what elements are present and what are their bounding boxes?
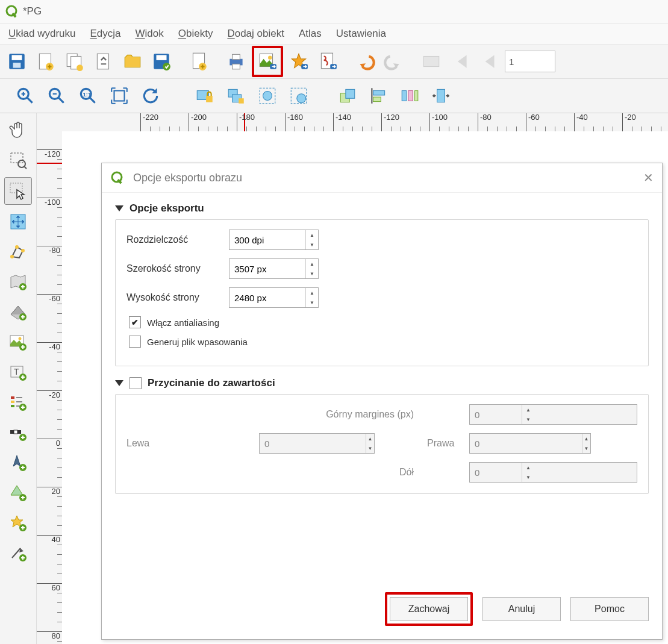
crop-bottom-spinbox: ▲▼: [469, 462, 637, 483]
atlas-page-input[interactable]: [505, 51, 555, 72]
group-icon[interactable]: [254, 83, 281, 109]
svg-rect-63: [11, 396, 14, 399]
crop-enable-checkbox[interactable]: [130, 377, 142, 389]
menu-atlas[interactable]: Atlas: [299, 28, 322, 40]
page-width-spinbox[interactable]: ▲▼: [229, 258, 319, 279]
export-image-icon[interactable]: [252, 46, 283, 77]
antialias-checkbox[interactable]: ✔: [129, 316, 141, 328]
crop-top-label: Górny margines (px): [259, 409, 421, 420]
menu-settings[interactable]: Ustawienia: [336, 28, 386, 40]
save-project-icon[interactable]: [148, 48, 175, 75]
spin-down-icon[interactable]: ▼: [306, 298, 318, 307]
section-crop-header[interactable]: Przycinanie do zawartości: [115, 377, 649, 389]
unlock-items-icon[interactable]: [223, 83, 249, 109]
spin-up-icon[interactable]: ▲: [306, 288, 318, 298]
page-height-label: Wysokość strony: [126, 292, 229, 303]
ungroup-icon[interactable]: [286, 83, 312, 109]
menu-edit[interactable]: Edycja: [90, 28, 121, 40]
ruler-horizontal[interactable]: -220-200-180-160-140-120-100-80-60-40-20…: [62, 113, 668, 132]
edit-nodes-icon[interactable]: [5, 239, 31, 265]
svg-point-39: [297, 94, 306, 103]
add-picture-icon[interactable]: [5, 329, 31, 355]
spin-up-icon[interactable]: ▲: [306, 259, 318, 269]
raise-icon[interactable]: [334, 83, 360, 109]
new-page-icon[interactable]: [186, 48, 212, 75]
add-marker-icon[interactable]: [5, 510, 31, 536]
undo-icon[interactable]: [352, 48, 378, 75]
svg-rect-30: [114, 91, 125, 101]
add-arrow-icon[interactable]: [5, 540, 31, 566]
section-export-header[interactable]: Opcje eksportu: [115, 202, 649, 214]
crop-left-input: [260, 434, 366, 453]
svg-rect-3: [12, 55, 22, 60]
zoom-out-icon[interactable]: [43, 83, 70, 109]
add-scalebar-icon[interactable]: [5, 419, 31, 446]
save-button[interactable]: Zachowaj: [390, 597, 468, 621]
add-map-icon[interactable]: [5, 269, 31, 295]
crop-bottom-label: Dół: [259, 467, 421, 478]
add-legend-icon[interactable]: [5, 389, 31, 416]
export-svg-icon[interactable]: [286, 48, 312, 75]
crop-right-input: [470, 434, 582, 453]
resolution-input[interactable]: [229, 230, 305, 249]
move-content-icon[interactable]: [5, 208, 31, 235]
svg-rect-47: [437, 89, 445, 102]
lock-items-icon[interactable]: [192, 83, 218, 109]
duplicate-layout-icon[interactable]: [61, 48, 88, 75]
page-width-input[interactable]: [229, 259, 305, 278]
menu-add[interactable]: Dodaj obiekt: [227, 28, 284, 40]
pan-icon[interactable]: [5, 117, 31, 143]
ruler-marker-v: [37, 163, 62, 164]
atlas-preview-icon: [418, 48, 445, 75]
zoom-actual-icon[interactable]: 1:1: [75, 83, 101, 109]
crop-left-spinbox: ▲▼: [259, 433, 375, 454]
window-title: *PG: [23, 5, 42, 17]
close-icon[interactable]: ✕: [643, 170, 654, 185]
menu-objects[interactable]: Obiekty: [178, 28, 213, 40]
layout-settings-icon[interactable]: [90, 48, 117, 75]
window-titlebar: *PG: [0, 0, 668, 23]
crop-top-spinbox: ▲▼: [469, 404, 637, 425]
ruler-vertical[interactable]: -120-100-80-60-40-20020406080: [37, 131, 63, 644]
spin-down-icon[interactable]: ▼: [306, 240, 318, 249]
crop-top-input: [470, 405, 522, 424]
save-button-highlight: Zachowaj: [385, 592, 473, 626]
section-export-label: Opcje eksportu: [130, 202, 204, 214]
resize-icon[interactable]: [428, 83, 454, 109]
add-label-icon[interactable]: T: [5, 359, 31, 386]
resolution-spinbox[interactable]: ▲▼: [229, 230, 319, 250]
svg-rect-65: [11, 405, 14, 407]
menu-layout[interactable]: Układ wydruku: [8, 28, 76, 40]
page-height-input[interactable]: [229, 288, 305, 307]
menu-view[interactable]: Widok: [136, 28, 164, 40]
export-pdf-icon[interactable]: [314, 48, 341, 75]
new-layout-icon[interactable]: [33, 48, 59, 75]
page-height-spinbox[interactable]: ▲▼: [229, 287, 319, 308]
save-icon[interactable]: [4, 48, 30, 75]
help-button[interactable]: Pomoc: [570, 597, 649, 621]
worldfile-checkbox[interactable]: [129, 336, 141, 348]
spin-down-icon[interactable]: ▼: [306, 269, 318, 278]
print-icon[interactable]: [223, 48, 249, 75]
cancel-button[interactable]: Anuluj: [482, 597, 561, 621]
refresh-icon[interactable]: [137, 83, 164, 109]
add-northarrow-icon[interactable]: [5, 449, 31, 476]
svg-rect-68: [14, 430, 17, 434]
crop-right-spinbox: ▲▼: [469, 433, 591, 454]
zoom-full-icon[interactable]: [106, 83, 133, 109]
antialias-label: Włącz antialiasing: [147, 317, 219, 328]
zoom-in-icon[interactable]: [12, 83, 39, 109]
zoom-tool-icon[interactable]: [5, 147, 31, 174]
spin-up-icon[interactable]: ▲: [306, 230, 318, 240]
svg-rect-12: [157, 55, 167, 60]
open-folder-icon[interactable]: [119, 48, 146, 75]
svg-point-54: [21, 249, 25, 252]
select-tool-icon[interactable]: [4, 177, 32, 205]
distribute-icon[interactable]: [396, 83, 423, 109]
align-left-icon[interactable]: [365, 83, 392, 109]
add-shape-icon[interactable]: [5, 480, 31, 506]
svg-point-20: [268, 55, 272, 59]
svg-point-37: [263, 92, 272, 101]
add-3dmap-icon[interactable]: [5, 299, 31, 325]
svg-rect-44: [402, 91, 406, 101]
